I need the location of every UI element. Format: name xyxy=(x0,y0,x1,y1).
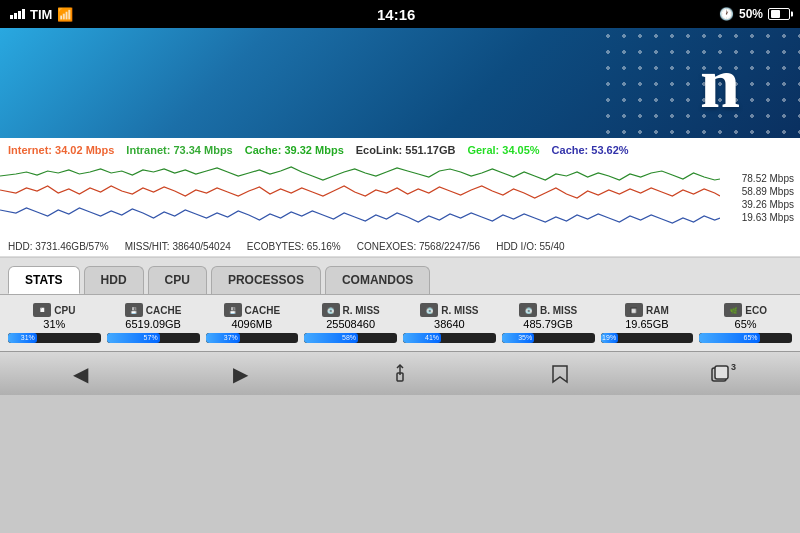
status-left: TIM 📶 xyxy=(10,7,73,22)
tabs-button[interactable]: 3 xyxy=(698,356,742,392)
stat-icon-label-cache1: 💾 CACHE xyxy=(125,303,182,317)
footer-ecobytes: ECOBYTES: 65.16% xyxy=(247,241,341,252)
legend-item-3: 39.26 Mbps xyxy=(720,199,794,210)
share-icon xyxy=(389,363,411,385)
bookmarks-icon xyxy=(549,363,571,385)
stat-bar-cache2: 37% xyxy=(206,333,299,343)
tabs-bar: STATS HDD CPU PROCESSOS COMANDOS xyxy=(0,258,800,295)
stat-icon-eco: 🌿 xyxy=(724,303,742,317)
legend-item-2: 58.89 Mbps xyxy=(720,186,794,197)
ecolink-stat: EcoLink: 551.17GB xyxy=(356,144,456,156)
stat-icon-label-cpu: 🖥 CPU xyxy=(33,303,75,317)
stat-bar-fill-rmiss2: 41% xyxy=(403,333,441,343)
signal-bar-3 xyxy=(18,11,21,19)
footer-hdd: HDD: 3731.46GB/57% xyxy=(8,241,109,252)
stat-bar-fill-ram: 19% xyxy=(601,333,619,343)
stat-icon-bmiss: 💽 xyxy=(519,303,537,317)
stat-bar-fill-cache1: 57% xyxy=(107,333,160,343)
stat-label-cache1: CACHE xyxy=(146,305,182,316)
stat-bar-pct-cache1: 57% xyxy=(144,333,158,343)
cache-blue-stat: Cache: 53.62% xyxy=(552,144,629,156)
stat-label-eco: ECO xyxy=(745,305,767,316)
stat-icon-label-rmiss1: 💽 R. MISS xyxy=(322,303,380,317)
stat-bar-pct-rmiss2: 41% xyxy=(425,333,439,343)
stat-bar-rmiss2: 41% xyxy=(403,333,496,343)
stat-bar-cpu: 31% xyxy=(8,333,101,343)
stat-value-cache1: 6519.09GB xyxy=(125,318,181,330)
status-time: 14:16 xyxy=(377,6,415,23)
tab-processos[interactable]: PROCESSOS xyxy=(211,266,321,294)
stat-bar-fill-cpu: 31% xyxy=(8,333,37,343)
stat-icon-rmiss2: 💽 xyxy=(420,303,438,317)
tab-hdd[interactable]: HDD xyxy=(84,266,144,294)
status-right: 🕐 50% xyxy=(719,7,790,21)
stat-item-cpu: 🖥 CPU 31% 31% xyxy=(8,303,101,343)
stat-item-rmiss2: 💽 R. MISS 38640 41% xyxy=(403,303,496,343)
signal-bar-2 xyxy=(14,13,17,19)
back-button[interactable]: ◀ xyxy=(58,356,102,392)
battery-fill xyxy=(771,10,780,18)
legend-item-1: 78.52 Mbps xyxy=(720,173,794,184)
battery-icon xyxy=(768,8,790,20)
bookmarks-button[interactable] xyxy=(538,356,582,392)
tab-comandos[interactable]: COMANDOS xyxy=(325,266,430,294)
stat-label-rmiss2: R. MISS xyxy=(441,305,478,316)
header: n xyxy=(0,28,800,138)
stat-icon-label-rmiss2: 💽 R. MISS xyxy=(420,303,478,317)
internet-stat: Internet: 34.02 Mbps xyxy=(8,144,114,156)
stat-bar-pct-rmiss1: 58% xyxy=(342,333,356,343)
stat-bar-rmiss1: 58% xyxy=(304,333,397,343)
stat-bar-ram: 19% xyxy=(601,333,694,343)
stat-bar-pct-ram: 19% xyxy=(602,333,616,343)
chart-svg xyxy=(0,158,720,238)
signal-bar-1 xyxy=(10,15,13,19)
battery-nub xyxy=(791,12,793,17)
share-button[interactable] xyxy=(378,356,422,392)
intranet-stat: Intranet: 73.34 Mbps xyxy=(126,144,232,156)
wifi-icon: 📶 xyxy=(57,7,73,22)
forward-button[interactable]: ▶ xyxy=(218,356,262,392)
stat-value-ram: 19.65GB xyxy=(625,318,668,330)
stat-bar-eco: 65% xyxy=(699,333,792,343)
stat-icon-label-ram: 🔲 RAM xyxy=(625,303,669,317)
stat-value-rmiss1: 25508460 xyxy=(326,318,375,330)
stat-value-bmiss: 485.79GB xyxy=(523,318,573,330)
stat-icon-rmiss1: 💽 xyxy=(322,303,340,317)
stat-value-cpu: 31% xyxy=(43,318,65,330)
stat-item-rmiss1: 💽 R. MISS 25508460 58% xyxy=(304,303,397,343)
stat-label-ram: RAM xyxy=(646,305,669,316)
chart-footer: HDD: 3731.46GB/57% MISS/HIT: 38640/54024… xyxy=(0,238,800,257)
clock-icon: 🕐 xyxy=(719,7,734,21)
stat-item-bmiss: 💽 B. MISS 485.79GB 35% xyxy=(502,303,595,343)
svg-rect-2 xyxy=(715,366,728,379)
stat-icon-cpu: 🖥 xyxy=(33,303,51,317)
stat-icon-cache2: 💾 xyxy=(224,303,242,317)
logo-letter: n xyxy=(700,47,740,119)
stat-bar-bmiss: 35% xyxy=(502,333,595,343)
stats-labels: Internet: 34.02 Mbps Intranet: 73.34 Mbp… xyxy=(0,138,800,158)
stat-label-rmiss1: R. MISS xyxy=(343,305,380,316)
stat-label-cache2: CACHE xyxy=(245,305,281,316)
stat-label-bmiss: B. MISS xyxy=(540,305,577,316)
status-bar: TIM 📶 14:16 🕐 50% xyxy=(0,0,800,28)
stat-item-ram: 🔲 RAM 19.65GB 19% xyxy=(601,303,694,343)
stat-item-eco: 🌿 ECO 65% 65% xyxy=(699,303,792,343)
carrier-name: TIM xyxy=(30,7,52,22)
signal-bar-4 xyxy=(22,9,25,19)
battery-pct: 50% xyxy=(739,7,763,21)
stat-bar-pct-cache2: 37% xyxy=(224,333,238,343)
stat-icon-label-bmiss: 💽 B. MISS xyxy=(519,303,577,317)
stat-bar-pct-bmiss: 35% xyxy=(518,333,532,343)
chart-main xyxy=(0,158,720,238)
stat-item-cache2: 💾 CACHE 4096MB 37% xyxy=(206,303,299,343)
stats-grid: 🖥 CPU 31% 31% 💾 CACHE 6519.09GB 57% 💾 CA… xyxy=(8,303,792,343)
stat-bar-fill-rmiss1: 58% xyxy=(304,333,358,343)
geral-stat: Geral: 34.05% xyxy=(467,144,539,156)
stat-icon-label-cache2: 💾 CACHE xyxy=(224,303,281,317)
tab-cpu[interactable]: CPU xyxy=(148,266,207,294)
stat-icon-cache1: 💾 xyxy=(125,303,143,317)
footer-hddio: HDD I/O: 55/40 xyxy=(496,241,564,252)
stat-icon-ram: 🔲 xyxy=(625,303,643,317)
footer-misshit: MISS/HIT: 38640/54024 xyxy=(125,241,231,252)
tab-stats[interactable]: STATS xyxy=(8,266,80,294)
